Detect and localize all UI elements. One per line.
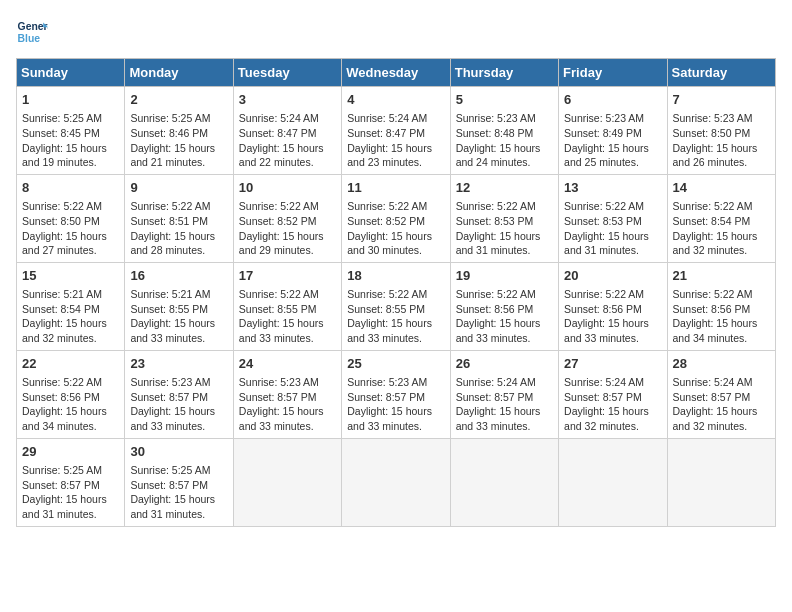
day-info: Sunrise: 5:22 AM Sunset: 8:52 PM Dayligh… bbox=[347, 199, 444, 258]
day-info: Sunrise: 5:23 AM Sunset: 8:57 PM Dayligh… bbox=[130, 375, 227, 434]
calendar-day-cell: 13Sunrise: 5:22 AM Sunset: 8:53 PM Dayli… bbox=[559, 174, 667, 262]
day-info: Sunrise: 5:22 AM Sunset: 8:53 PM Dayligh… bbox=[564, 199, 661, 258]
day-number: 21 bbox=[673, 267, 770, 285]
day-info: Sunrise: 5:24 AM Sunset: 8:57 PM Dayligh… bbox=[673, 375, 770, 434]
calendar-day-cell bbox=[233, 438, 341, 526]
day-number: 2 bbox=[130, 91, 227, 109]
day-info: Sunrise: 5:21 AM Sunset: 8:55 PM Dayligh… bbox=[130, 287, 227, 346]
calendar-day-cell: 7Sunrise: 5:23 AM Sunset: 8:50 PM Daylig… bbox=[667, 87, 775, 175]
calendar-day-cell bbox=[342, 438, 450, 526]
day-number: 6 bbox=[564, 91, 661, 109]
calendar-header-saturday: Saturday bbox=[667, 59, 775, 87]
day-info: Sunrise: 5:25 AM Sunset: 8:57 PM Dayligh… bbox=[22, 463, 119, 522]
day-info: Sunrise: 5:22 AM Sunset: 8:52 PM Dayligh… bbox=[239, 199, 336, 258]
calendar-week-row: 29Sunrise: 5:25 AM Sunset: 8:57 PM Dayli… bbox=[17, 438, 776, 526]
calendar-day-cell: 28Sunrise: 5:24 AM Sunset: 8:57 PM Dayli… bbox=[667, 350, 775, 438]
day-number: 23 bbox=[130, 355, 227, 373]
day-number: 13 bbox=[564, 179, 661, 197]
calendar-day-cell: 19Sunrise: 5:22 AM Sunset: 8:56 PM Dayli… bbox=[450, 262, 558, 350]
day-number: 18 bbox=[347, 267, 444, 285]
day-info: Sunrise: 5:22 AM Sunset: 8:55 PM Dayligh… bbox=[239, 287, 336, 346]
day-number: 24 bbox=[239, 355, 336, 373]
day-info: Sunrise: 5:23 AM Sunset: 8:57 PM Dayligh… bbox=[347, 375, 444, 434]
day-info: Sunrise: 5:22 AM Sunset: 8:56 PM Dayligh… bbox=[673, 287, 770, 346]
day-info: Sunrise: 5:22 AM Sunset: 8:56 PM Dayligh… bbox=[456, 287, 553, 346]
day-info: Sunrise: 5:23 AM Sunset: 8:57 PM Dayligh… bbox=[239, 375, 336, 434]
day-number: 30 bbox=[130, 443, 227, 461]
calendar-day-cell: 23Sunrise: 5:23 AM Sunset: 8:57 PM Dayli… bbox=[125, 350, 233, 438]
calendar-header-tuesday: Tuesday bbox=[233, 59, 341, 87]
calendar-day-cell: 25Sunrise: 5:23 AM Sunset: 8:57 PM Dayli… bbox=[342, 350, 450, 438]
calendar-day-cell: 6Sunrise: 5:23 AM Sunset: 8:49 PM Daylig… bbox=[559, 87, 667, 175]
day-number: 27 bbox=[564, 355, 661, 373]
calendar-day-cell: 14Sunrise: 5:22 AM Sunset: 8:54 PM Dayli… bbox=[667, 174, 775, 262]
calendar-day-cell: 18Sunrise: 5:22 AM Sunset: 8:55 PM Dayli… bbox=[342, 262, 450, 350]
day-number: 3 bbox=[239, 91, 336, 109]
day-number: 28 bbox=[673, 355, 770, 373]
day-number: 29 bbox=[22, 443, 119, 461]
day-info: Sunrise: 5:22 AM Sunset: 8:55 PM Dayligh… bbox=[347, 287, 444, 346]
day-number: 14 bbox=[673, 179, 770, 197]
calendar-day-cell: 12Sunrise: 5:22 AM Sunset: 8:53 PM Dayli… bbox=[450, 174, 558, 262]
calendar-day-cell: 30Sunrise: 5:25 AM Sunset: 8:57 PM Dayli… bbox=[125, 438, 233, 526]
calendar-day-cell: 27Sunrise: 5:24 AM Sunset: 8:57 PM Dayli… bbox=[559, 350, 667, 438]
calendar-day-cell bbox=[559, 438, 667, 526]
day-info: Sunrise: 5:22 AM Sunset: 8:56 PM Dayligh… bbox=[564, 287, 661, 346]
calendar-week-row: 22Sunrise: 5:22 AM Sunset: 8:56 PM Dayli… bbox=[17, 350, 776, 438]
day-number: 10 bbox=[239, 179, 336, 197]
calendar-day-cell: 8Sunrise: 5:22 AM Sunset: 8:50 PM Daylig… bbox=[17, 174, 125, 262]
day-number: 20 bbox=[564, 267, 661, 285]
day-info: Sunrise: 5:22 AM Sunset: 8:51 PM Dayligh… bbox=[130, 199, 227, 258]
calendar-header-thursday: Thursday bbox=[450, 59, 558, 87]
calendar-day-cell: 20Sunrise: 5:22 AM Sunset: 8:56 PM Dayli… bbox=[559, 262, 667, 350]
calendar-day-cell: 2Sunrise: 5:25 AM Sunset: 8:46 PM Daylig… bbox=[125, 87, 233, 175]
calendar-day-cell: 21Sunrise: 5:22 AM Sunset: 8:56 PM Dayli… bbox=[667, 262, 775, 350]
day-number: 12 bbox=[456, 179, 553, 197]
calendar-table: SundayMondayTuesdayWednesdayThursdayFrid… bbox=[16, 58, 776, 527]
day-number: 15 bbox=[22, 267, 119, 285]
day-info: Sunrise: 5:21 AM Sunset: 8:54 PM Dayligh… bbox=[22, 287, 119, 346]
calendar-week-row: 15Sunrise: 5:21 AM Sunset: 8:54 PM Dayli… bbox=[17, 262, 776, 350]
day-info: Sunrise: 5:23 AM Sunset: 8:50 PM Dayligh… bbox=[673, 111, 770, 170]
calendar-day-cell: 24Sunrise: 5:23 AM Sunset: 8:57 PM Dayli… bbox=[233, 350, 341, 438]
day-number: 7 bbox=[673, 91, 770, 109]
day-info: Sunrise: 5:25 AM Sunset: 8:57 PM Dayligh… bbox=[130, 463, 227, 522]
calendar-day-cell: 22Sunrise: 5:22 AM Sunset: 8:56 PM Dayli… bbox=[17, 350, 125, 438]
calendar-day-cell bbox=[450, 438, 558, 526]
calendar-day-cell: 11Sunrise: 5:22 AM Sunset: 8:52 PM Dayli… bbox=[342, 174, 450, 262]
day-info: Sunrise: 5:25 AM Sunset: 8:45 PM Dayligh… bbox=[22, 111, 119, 170]
calendar-header-sunday: Sunday bbox=[17, 59, 125, 87]
day-number: 11 bbox=[347, 179, 444, 197]
day-info: Sunrise: 5:22 AM Sunset: 8:56 PM Dayligh… bbox=[22, 375, 119, 434]
day-number: 19 bbox=[456, 267, 553, 285]
day-number: 8 bbox=[22, 179, 119, 197]
logo: General Blue bbox=[16, 16, 52, 48]
logo-icon: General Blue bbox=[16, 16, 48, 48]
calendar-day-cell: 17Sunrise: 5:22 AM Sunset: 8:55 PM Dayli… bbox=[233, 262, 341, 350]
calendar-day-cell: 1Sunrise: 5:25 AM Sunset: 8:45 PM Daylig… bbox=[17, 87, 125, 175]
calendar-day-cell: 9Sunrise: 5:22 AM Sunset: 8:51 PM Daylig… bbox=[125, 174, 233, 262]
calendar-day-cell: 4Sunrise: 5:24 AM Sunset: 8:47 PM Daylig… bbox=[342, 87, 450, 175]
calendar-day-cell: 3Sunrise: 5:24 AM Sunset: 8:47 PM Daylig… bbox=[233, 87, 341, 175]
day-info: Sunrise: 5:24 AM Sunset: 8:47 PM Dayligh… bbox=[347, 111, 444, 170]
day-info: Sunrise: 5:24 AM Sunset: 8:57 PM Dayligh… bbox=[456, 375, 553, 434]
day-info: Sunrise: 5:24 AM Sunset: 8:57 PM Dayligh… bbox=[564, 375, 661, 434]
day-number: 16 bbox=[130, 267, 227, 285]
calendar-week-row: 8Sunrise: 5:22 AM Sunset: 8:50 PM Daylig… bbox=[17, 174, 776, 262]
day-info: Sunrise: 5:25 AM Sunset: 8:46 PM Dayligh… bbox=[130, 111, 227, 170]
day-info: Sunrise: 5:24 AM Sunset: 8:47 PM Dayligh… bbox=[239, 111, 336, 170]
day-info: Sunrise: 5:22 AM Sunset: 8:53 PM Dayligh… bbox=[456, 199, 553, 258]
calendar-header-row: SundayMondayTuesdayWednesdayThursdayFrid… bbox=[17, 59, 776, 87]
day-number: 22 bbox=[22, 355, 119, 373]
day-number: 17 bbox=[239, 267, 336, 285]
calendar-day-cell: 16Sunrise: 5:21 AM Sunset: 8:55 PM Dayli… bbox=[125, 262, 233, 350]
calendar-week-row: 1Sunrise: 5:25 AM Sunset: 8:45 PM Daylig… bbox=[17, 87, 776, 175]
calendar-header-monday: Monday bbox=[125, 59, 233, 87]
day-number: 5 bbox=[456, 91, 553, 109]
calendar-day-cell: 10Sunrise: 5:22 AM Sunset: 8:52 PM Dayli… bbox=[233, 174, 341, 262]
calendar-day-cell: 29Sunrise: 5:25 AM Sunset: 8:57 PM Dayli… bbox=[17, 438, 125, 526]
svg-text:Blue: Blue bbox=[18, 33, 41, 44]
day-info: Sunrise: 5:22 AM Sunset: 8:54 PM Dayligh… bbox=[673, 199, 770, 258]
day-number: 4 bbox=[347, 91, 444, 109]
day-info: Sunrise: 5:23 AM Sunset: 8:48 PM Dayligh… bbox=[456, 111, 553, 170]
